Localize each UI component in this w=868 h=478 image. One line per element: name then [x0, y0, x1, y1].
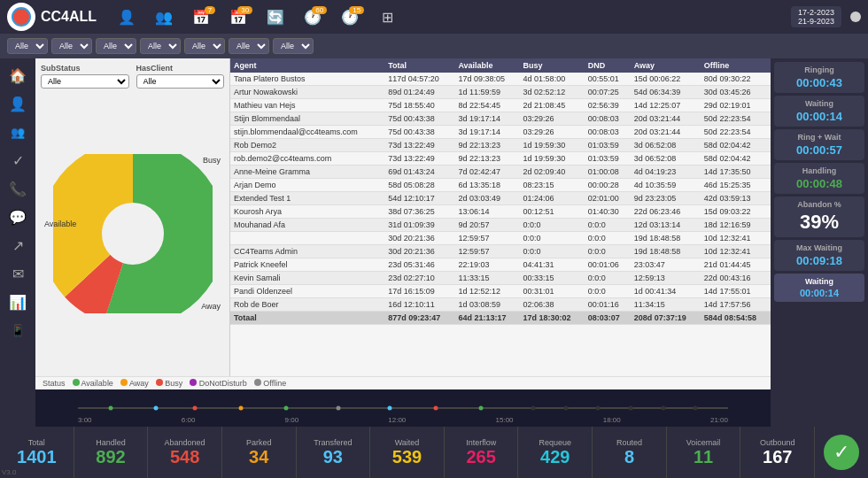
- substatus-label: SubStatus: [41, 64, 129, 73]
- table-section: Agent Total Available Busy DND Away Offl…: [230, 58, 771, 376]
- table-cell: 02:01:00: [585, 192, 631, 205]
- table-cell: 19d 18:48:58: [631, 232, 701, 245]
- sidebar-item-agent[interactable]: 👥: [3, 119, 33, 145]
- sidebar-item-phone[interactable]: 📞: [3, 175, 33, 202]
- filter-4[interactable]: Alle: [140, 38, 181, 54]
- table-cell: 3d 19:17:14: [454, 126, 519, 139]
- table-row[interactable]: Anne-Meine Gramma69d 01:43:247d 02:42:47…: [230, 166, 771, 179]
- timeline-dot: [694, 406, 698, 411]
- timeline-dot: [661, 406, 665, 411]
- table-cell: 12d 03:13:14: [631, 219, 701, 232]
- table-row[interactable]: CC4Teams Admin30d 20:21:3612:59:570:0:00…: [230, 245, 771, 258]
- table-cell: 00:08:03: [585, 126, 631, 139]
- table-cell: 1d 03:08:59: [454, 298, 519, 312]
- table-row[interactable]: Rob de Boer16d 12:10:111d 03:08:5902:06:…: [230, 298, 771, 312]
- sidebar-item-chat[interactable]: 💬: [3, 204, 33, 230]
- metric-ringwait: Ring + Wait 00:00:57: [774, 129, 864, 160]
- clock60-header-icon[interactable]: 🕐60: [297, 8, 329, 26]
- sidebar-item-email[interactable]: ✉: [3, 260, 33, 287]
- calendar7-header-icon[interactable]: 📅7: [185, 8, 217, 26]
- away-color-dot: [120, 379, 128, 386]
- table-row[interactable]: Pandi Oldenzeel17d 16:15:091d 12:52:1200…: [230, 285, 771, 298]
- available-color-dot: [73, 379, 80, 386]
- sidebar-item-home[interactable]: 🏠: [3, 62, 33, 89]
- table-row[interactable]: rob.demo2@cc4teams.com73d 13:22:499d 22:…: [230, 152, 771, 166]
- sidebar-item-chart[interactable]: 📊: [3, 289, 33, 315]
- refresh-header-icon[interactable]: 🔄: [260, 8, 291, 26]
- table-cell: 73d 13:22:49: [384, 152, 454, 166]
- waiting-label: Waiting: [779, 99, 859, 108]
- date-range: 17-2-2023 21-9-2023: [791, 6, 841, 27]
- logo-circle: [7, 3, 35, 31]
- stat-routed: Routed 8: [593, 427, 667, 478]
- hasclient-select[interactable]: Alle: [136, 74, 225, 89]
- filter-5[interactable]: Alle: [184, 38, 225, 54]
- stat-total-value: 1401: [17, 447, 57, 467]
- sidebar-item-tasks[interactable]: ✓: [3, 147, 33, 173]
- table-cell: Tana Platero Bustos: [230, 73, 384, 86]
- table-cell: 0:0:0: [585, 272, 631, 285]
- grid-header-icon[interactable]: ⊞: [371, 8, 403, 26]
- checkmark-button[interactable]: ✓: [815, 427, 868, 478]
- total-cell: 08:03:07: [585, 312, 631, 325]
- metric-maxwait: Max Waiting 00:09:18: [774, 240, 864, 271]
- calendar30-header-icon[interactable]: 📅30: [222, 8, 254, 26]
- legend-busy-dot: Busy: [156, 379, 183, 388]
- handling-label: Handling: [779, 166, 859, 175]
- filter-1[interactable]: Alle: [7, 38, 48, 54]
- filter-7[interactable]: Alle: [273, 38, 314, 54]
- grid-icon: ⊞: [376, 8, 398, 26]
- table-row[interactable]: 30d 20:21:3612:59:570:0:00:0:019d 18:48:…: [230, 232, 771, 245]
- table-row[interactable]: Artur Nowakowski89d 01:24:491d 11:59:593…: [230, 86, 771, 99]
- table-row[interactable]: stijn.blommendaal@cc4teams.com75d 00:43:…: [230, 126, 771, 139]
- substatus-select[interactable]: Alle: [41, 74, 129, 89]
- table-cell: 42d 03:59:13: [701, 192, 771, 205]
- person-header-icon[interactable]: 👤: [111, 8, 143, 26]
- filter-2[interactable]: Alle: [51, 38, 92, 54]
- table-row[interactable]: Arjan Demo58d 05:08:286d 13:35:1808:23:1…: [230, 179, 771, 192]
- filter-6[interactable]: Alle: [229, 38, 269, 54]
- table-cell: Anne-Meine Gramma: [230, 166, 384, 179]
- table-cell: 4d 01:58:00: [520, 73, 585, 86]
- timeline-dot: [193, 406, 198, 411]
- clock15-header-icon[interactable]: 🕐15: [334, 8, 366, 26]
- sidebar-item-user[interactable]: 👤: [3, 90, 33, 117]
- filter-3[interactable]: Alle: [96, 38, 136, 54]
- table-row[interactable]: Mouhanad Afa31d 01:09:399d 20:570:0:00:0…: [230, 219, 771, 232]
- table-cell: 3d 02:52:12: [520, 86, 585, 99]
- table-row[interactable]: Stijn Blommendaal75d 00:43:383d 19:17:14…: [230, 112, 771, 126]
- table-cell: 8d 22:54:45: [454, 99, 519, 112]
- table-row[interactable]: Patrick Kneefel23d 05:31:4622:19:0304:41…: [230, 258, 771, 272]
- logo-inner: [12, 7, 31, 27]
- col-dnd: DND: [585, 58, 631, 73]
- table-cell: 01:00:08: [585, 166, 631, 179]
- table-cell: 9d 22:13:23: [454, 139, 519, 152]
- table-row[interactable]: Kevin Samali23d 02:27:1011:33:1500:33:15…: [230, 272, 771, 285]
- table-cell: 16d 12:10:11: [384, 298, 454, 312]
- ringwait-label: Ring + Wait: [779, 133, 859, 142]
- table-cell: 50d 22:23:54: [701, 112, 771, 126]
- table-row[interactable]: Extended Test 154d 12:10:172d 03:03:4901…: [230, 192, 771, 205]
- total-cell: 584d 08:54:58: [701, 312, 771, 325]
- table-cell: 00:12:51: [520, 205, 585, 219]
- app-container: CC4ALL 👤 👥 📅7 📅30 🔄 🕐60: [0, 0, 868, 478]
- date-from: 17-2-2023: [798, 8, 834, 17]
- table-cell: 0:0:0: [585, 245, 631, 258]
- table-cell: 22d 00:43:16: [701, 272, 771, 285]
- timeline-wrapper: 3:006:009:0012:0015:0018:0021:00: [78, 399, 728, 417]
- table-cell: 1d 00:41:34: [631, 285, 701, 298]
- col-offline: Offline: [701, 58, 771, 73]
- settings-dot[interactable]: [850, 12, 861, 22]
- sidebar-item-dial[interactable]: 📱: [3, 317, 33, 343]
- group-header-icon[interactable]: 👥: [148, 8, 180, 26]
- table-row[interactable]: Kourosh Arya38d 07:36:2513:06:1400:12:51…: [230, 205, 771, 219]
- sidebar-item-share[interactable]: ↗: [3, 232, 33, 258]
- refresh-icon: 🔄: [265, 8, 286, 26]
- table-row[interactable]: Tana Platero Bustos117d 04:57:2017d 09:3…: [230, 73, 771, 86]
- table-cell: 00:31:01: [520, 285, 585, 298]
- pie-chart: [53, 154, 213, 313]
- table-cell: 58d 02:04:42: [701, 152, 771, 166]
- table-cell: 117d 04:57:20: [384, 73, 454, 86]
- table-row[interactable]: Mathieu van Hejs75d 18:55:408d 22:54:452…: [230, 99, 771, 112]
- table-row[interactable]: Rob Demo273d 13:22:499d 22:13:231d 19:59…: [230, 139, 771, 152]
